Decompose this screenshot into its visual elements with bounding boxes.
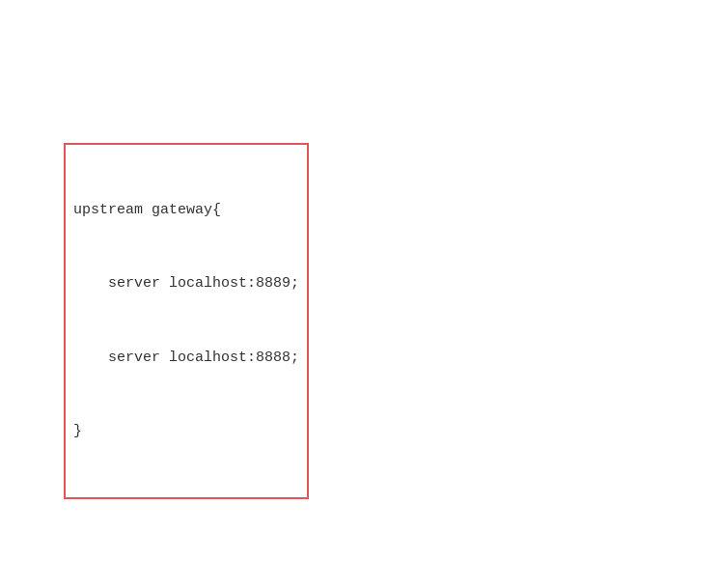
upstream-line-1: upstream gateway{ — [73, 198, 299, 223]
upstream-highlight-box: upstream gateway{ server localhost:8889;… — [64, 143, 309, 499]
code-viewer: upstream gateway{ server localhost:8889;… — [29, 19, 690, 588]
upstream-line-3: server localhost:8888; — [73, 346, 299, 371]
upstream-line-2: server localhost:8889; — [73, 271, 299, 296]
upstream-block: upstream gateway{ server localhost:8889;… — [29, 118, 690, 527]
upstream-line-4: } — [73, 419, 299, 444]
